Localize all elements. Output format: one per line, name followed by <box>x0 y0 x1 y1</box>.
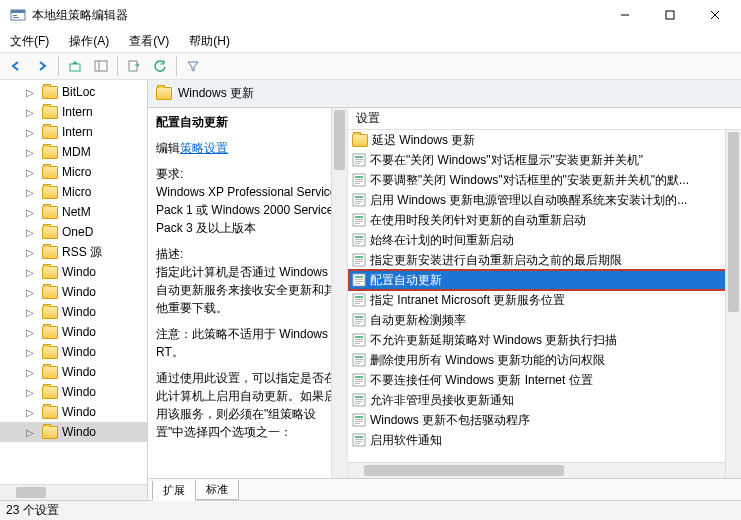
tree-item[interactable]: ▷Windo <box>0 402 147 422</box>
setting-icon <box>352 273 366 287</box>
folder-icon <box>42 406 58 419</box>
list-row[interactable]: 延迟 Windows 更新 <box>348 130 741 150</box>
tab-standard[interactable]: 标准 <box>195 480 239 500</box>
tree-item[interactable]: ▷NetM <box>0 202 147 222</box>
list-header-setting[interactable]: 设置 <box>348 108 741 130</box>
tree-item[interactable]: ▷Intern <box>0 102 147 122</box>
description-scrollbar[interactable] <box>331 108 347 478</box>
svg-rect-23 <box>355 196 363 198</box>
expand-icon[interactable]: ▷ <box>24 347 36 358</box>
expand-icon[interactable]: ▷ <box>24 247 36 258</box>
expand-icon[interactable]: ▷ <box>24 387 36 398</box>
tree-item[interactable]: ▷Windo <box>0 282 147 302</box>
expand-icon[interactable]: ▷ <box>24 187 36 198</box>
tree-item[interactable]: ▷Windo <box>0 342 147 362</box>
export-button[interactable] <box>122 55 146 77</box>
list-row[interactable]: 不要调整"关闭 Windows"对话框里的"安装更新并关机"的默... <box>348 170 741 190</box>
list-row[interactable]: 指定 Intranet Microsoft 更新服务位置 <box>348 290 741 310</box>
tree-item[interactable]: ▷Windo <box>0 302 147 322</box>
setting-icon <box>352 233 366 247</box>
tree-item[interactable]: ▷Windo <box>0 422 147 442</box>
list-row[interactable]: 允许非管理员接收更新通知 <box>348 390 741 410</box>
tree-item-label: NetM <box>62 205 91 219</box>
tree-item-label: Windo <box>62 305 96 319</box>
expand-icon[interactable]: ▷ <box>24 367 36 378</box>
expand-icon[interactable]: ▷ <box>24 127 36 138</box>
list-row[interactable]: 启用 Windows 更新电源管理以自动唤醒系统来安装计划的... <box>348 190 741 210</box>
tree-item[interactable]: ▷Windo <box>0 382 147 402</box>
expand-icon[interactable]: ▷ <box>24 307 36 318</box>
list-item-label: 不允许更新延期策略对 Windows 更新执行扫描 <box>370 332 617 349</box>
expand-icon[interactable]: ▷ <box>24 167 36 178</box>
expand-icon[interactable]: ▷ <box>24 267 36 278</box>
setting-icon <box>352 213 366 227</box>
list-row[interactable]: 删除使用所有 Windows 更新功能的访问权限 <box>348 350 741 370</box>
setting-icon <box>352 333 366 347</box>
svg-rect-38 <box>355 256 363 258</box>
tree-item[interactable]: ▷RSS 源 <box>0 242 147 262</box>
menu-view[interactable]: 查看(V) <box>123 31 175 52</box>
list-item-label: 指定更新安装进行自动重新启动之前的最后期限 <box>370 252 622 269</box>
svg-rect-26 <box>355 203 360 204</box>
menu-help[interactable]: 帮助(H) <box>183 31 236 52</box>
list-row[interactable]: 始终在计划的时间重新启动 <box>348 230 741 250</box>
menu-file[interactable]: 文件(F) <box>4 31 55 52</box>
app-icon <box>10 7 26 23</box>
expand-icon[interactable]: ▷ <box>24 227 36 238</box>
tree-item-label: Micro <box>62 185 91 199</box>
tree-item[interactable]: ▷Windo <box>0 262 147 282</box>
tree-item-label: Windo <box>62 325 96 339</box>
list-item-label: 允许非管理员接收更新通知 <box>370 392 514 409</box>
list-row[interactable]: 启用软件通知 <box>348 430 741 450</box>
forward-button[interactable] <box>30 55 54 77</box>
edit-policy-link[interactable]: 策略设置 <box>180 141 228 155</box>
show-hide-tree-button[interactable] <box>89 55 113 77</box>
expand-icon[interactable]: ▷ <box>24 287 36 298</box>
expand-icon[interactable]: ▷ <box>24 147 36 158</box>
list-row[interactable]: 在使用时段关闭针对更新的自动重新启动 <box>348 210 741 230</box>
menu-action[interactable]: 操作(A) <box>63 31 115 52</box>
window-title: 本地组策略编辑器 <box>32 7 602 24</box>
list-horizontal-scrollbar[interactable] <box>348 462 725 478</box>
expand-icon[interactable]: ▷ <box>24 427 36 438</box>
expand-icon[interactable]: ▷ <box>24 107 36 118</box>
svg-rect-65 <box>355 361 363 362</box>
list-row[interactable]: 配置自动更新 <box>348 270 741 290</box>
tab-extended[interactable]: 扩展 <box>152 481 196 501</box>
setting-icon <box>352 393 366 407</box>
tree-item[interactable]: ▷OneD <box>0 222 147 242</box>
list-row[interactable]: 不要在"关闭 Windows"对话框显示"安装更新并关机" <box>348 150 741 170</box>
back-button[interactable] <box>4 55 28 77</box>
expand-icon[interactable]: ▷ <box>24 207 36 218</box>
close-button[interactable] <box>692 0 737 30</box>
list-vertical-scrollbar[interactable] <box>725 130 741 478</box>
tree-item[interactable]: ▷BitLoc <box>0 82 147 102</box>
svg-rect-53 <box>355 316 363 318</box>
tree-item[interactable]: ▷Intern <box>0 122 147 142</box>
expand-icon[interactable]: ▷ <box>24 327 36 338</box>
refresh-button[interactable] <box>148 55 172 77</box>
tree-item[interactable]: ▷Windo <box>0 362 147 382</box>
up-button[interactable] <box>63 55 87 77</box>
usage-text: 通过使用此设置，可以指定是否在此计算机上启用自动更新。如果启用该服务，则必须在"… <box>156 369 339 441</box>
tree-horizontal-scrollbar[interactable] <box>0 484 147 500</box>
list-item-label: 自动更新检测频率 <box>370 312 466 329</box>
filter-button[interactable] <box>181 55 205 77</box>
tree-item[interactable]: ▷Windo <box>0 322 147 342</box>
list-row[interactable]: 不允许更新延期策略对 Windows 更新执行扫描 <box>348 330 741 350</box>
list-row[interactable]: 指定更新安装进行自动重新启动之前的最后期限 <box>348 250 741 270</box>
svg-rect-28 <box>355 216 363 218</box>
tree-item[interactable]: ▷Micro <box>0 162 147 182</box>
list-row[interactable]: 自动更新检测频率 <box>348 310 741 330</box>
minimize-button[interactable] <box>602 0 647 30</box>
expand-icon[interactable]: ▷ <box>24 87 36 98</box>
list-row[interactable]: 不要连接任何 Windows 更新 Internet 位置 <box>348 370 741 390</box>
list-row[interactable]: Windows 更新不包括驱动程序 <box>348 410 741 430</box>
tree-item[interactable]: ▷MDM <box>0 142 147 162</box>
tree-item[interactable]: ▷Micro <box>0 182 147 202</box>
maximize-button[interactable] <box>647 0 692 30</box>
svg-rect-15 <box>355 161 363 162</box>
description-text: 指定此计算机是否通过 Windows 自动更新服务来接收安全更新和其他重要下载。 <box>156 265 336 315</box>
tree-pane[interactable]: ▷BitLoc▷Intern▷Intern▷MDM▷Micro▷Micro▷Ne… <box>0 80 148 500</box>
expand-icon[interactable]: ▷ <box>24 407 36 418</box>
